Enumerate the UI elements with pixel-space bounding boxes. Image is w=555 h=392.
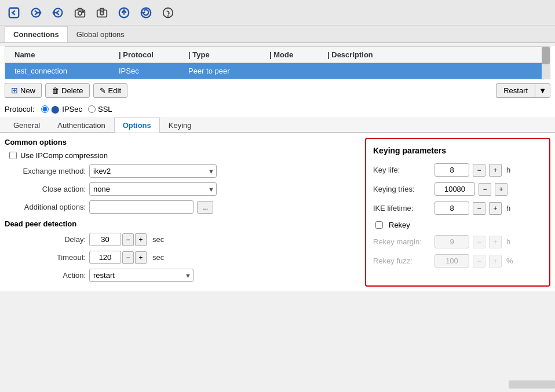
back-button[interactable] bbox=[5, 3, 23, 22]
protocol-row: Protocol: ⬤ IPSec SSL bbox=[0, 101, 555, 117]
subtab-options[interactable]: Options bbox=[114, 118, 160, 133]
new-button[interactable]: ⊞ New bbox=[5, 83, 42, 98]
restart-button[interactable]: Restart bbox=[496, 83, 535, 98]
rekey-fuzz-unit: % bbox=[506, 257, 513, 265]
keying-tries-row: Keying tries: 10080 − + bbox=[373, 182, 542, 196]
ipsec-radio-input[interactable] bbox=[41, 105, 49, 113]
additional-options-label: Additional options: bbox=[5, 203, 86, 211]
close-action-select[interactable]: none restart hold bbox=[89, 182, 217, 196]
col-header-mode: | Mode bbox=[265, 49, 323, 60]
tab-global-options[interactable]: Global options bbox=[68, 26, 133, 42]
content-area: Common options Use IPComp compression Ex… bbox=[0, 133, 555, 291]
key-life-row: Key life: 8 − + h bbox=[373, 163, 542, 177]
cell-name: test_connection bbox=[10, 65, 114, 76]
rekey-fuzz-input: 100 bbox=[434, 254, 469, 268]
subtab-authentication[interactable]: Authentication bbox=[49, 118, 114, 133]
plus-icon: ⊞ bbox=[11, 86, 18, 95]
ike-lifetime-plus-button[interactable]: + bbox=[489, 202, 502, 215]
additional-options-ellipsis-button[interactable]: ... bbox=[197, 201, 213, 214]
rekey-margin-row: Rekey margin: 9 − + h bbox=[373, 235, 542, 248]
col-header-protocol: | Protocol bbox=[114, 49, 184, 60]
table-body: test_connection IPSec Peer to peer bbox=[5, 63, 550, 79]
close-action-label: Close action: bbox=[5, 185, 86, 193]
subtab-bar: General Authentication Options Keying bbox=[0, 117, 555, 133]
toolbar bbox=[0, 0, 555, 25]
table-row[interactable]: test_connection IPSec Peer to peer bbox=[5, 63, 550, 79]
action-row: Action: restart hold none ▼ bbox=[5, 269, 358, 282]
ike-lifetime-unit: h bbox=[506, 204, 510, 213]
table-scrollbar[interactable] bbox=[542, 47, 550, 79]
forward-button[interactable] bbox=[27, 3, 45, 22]
svg-point-16 bbox=[168, 16, 169, 16]
action-wrapper: restart hold none ▼ bbox=[89, 269, 193, 282]
rekey-margin-label: Rekey margin: bbox=[373, 237, 431, 246]
subtab-keying[interactable]: Keying bbox=[160, 118, 200, 133]
keying-tries-minus-button[interactable]: − bbox=[479, 183, 491, 196]
rekey-label: Rekey bbox=[389, 221, 410, 229]
tab-connections[interactable]: Connections bbox=[5, 26, 68, 42]
subtab-general[interactable]: General bbox=[5, 118, 49, 133]
timeout-row: Timeout: 120 − + sec bbox=[5, 251, 358, 264]
bottom-scrollbar[interactable] bbox=[509, 380, 555, 389]
ike-lifetime-minus-button[interactable]: − bbox=[473, 202, 485, 215]
camera-button[interactable] bbox=[71, 3, 89, 22]
rekey-fuzz-minus-button: − bbox=[473, 255, 485, 268]
key-life-input[interactable]: 8 bbox=[434, 163, 469, 177]
refresh-button[interactable] bbox=[137, 3, 155, 22]
timeout-input[interactable]: 120 bbox=[89, 251, 121, 264]
help-button[interactable] bbox=[159, 3, 177, 22]
main-tabbar: Connections Global options bbox=[0, 25, 555, 43]
delete-button[interactable]: 🗑 Delete bbox=[45, 83, 90, 98]
svg-point-6 bbox=[78, 11, 82, 14]
dead-peer-title: Dead peer detection bbox=[5, 219, 358, 228]
ssl-radio-input[interactable] bbox=[88, 105, 96, 113]
delay-input[interactable]: 30 bbox=[89, 233, 121, 246]
rekey-fuzz-plus-button: + bbox=[489, 255, 502, 268]
delay-minus-button[interactable]: − bbox=[122, 233, 134, 246]
main-content: Name | Protocol | Type | Mode | Descript… bbox=[0, 46, 555, 291]
cell-mode bbox=[265, 70, 323, 72]
upload-button[interactable] bbox=[115, 3, 133, 22]
svg-point-9 bbox=[100, 12, 104, 15]
svg-rect-0 bbox=[9, 8, 19, 17]
settings-button[interactable] bbox=[93, 3, 111, 22]
timeout-unit: sec bbox=[152, 253, 164, 262]
timeout-stepper: 120 − + bbox=[89, 251, 147, 264]
keying-tries-input[interactable]: 10080 bbox=[434, 182, 475, 196]
col-header-name: Name bbox=[10, 49, 114, 60]
delay-stepper: 30 − + bbox=[89, 233, 147, 246]
trash-icon: 🗑 bbox=[52, 86, 59, 95]
ssl-label: SSL bbox=[98, 105, 112, 113]
timeout-minus-button[interactable]: − bbox=[122, 251, 134, 264]
action-select[interactable]: restart hold none bbox=[89, 269, 193, 282]
rekey-fuzz-row: Rekey fuzz: 100 − + % bbox=[373, 254, 542, 268]
back-nav-button[interactable] bbox=[49, 3, 67, 22]
rekey-margin-unit: h bbox=[506, 237, 510, 246]
delay-row: Delay: 30 − + sec bbox=[5, 233, 358, 246]
use-ipcomp-label: Use IPComp compression bbox=[20, 151, 108, 160]
col-header-desc: | Description bbox=[323, 49, 545, 60]
additional-options-input[interactable] bbox=[89, 200, 193, 214]
ike-lifetime-input[interactable]: 8 bbox=[434, 202, 469, 215]
timeout-plus-button[interactable]: + bbox=[135, 251, 147, 264]
protocol-ipsec-radio[interactable]: ⬤ IPSec bbox=[41, 105, 82, 113]
edit-button[interactable]: ✎ Edit bbox=[93, 83, 127, 98]
restart-group: Restart ▼ bbox=[496, 83, 550, 98]
rekey-checkbox[interactable] bbox=[375, 221, 383, 229]
protocol-ssl-radio[interactable]: SSL bbox=[88, 105, 112, 113]
svg-rect-8 bbox=[97, 10, 107, 17]
rekey-margin-input: 9 bbox=[434, 235, 469, 248]
restart-dropdown-button[interactable]: ▼ bbox=[535, 83, 550, 98]
use-ipcomp-row: Use IPComp compression bbox=[5, 151, 358, 160]
delete-label: Delete bbox=[61, 86, 83, 95]
key-life-plus-button[interactable]: + bbox=[489, 164, 502, 177]
keying-tries-plus-button[interactable]: + bbox=[495, 183, 507, 196]
key-life-minus-button[interactable]: − bbox=[473, 164, 485, 177]
new-label: New bbox=[20, 86, 35, 95]
scrollbar-thumb[interactable] bbox=[542, 47, 550, 64]
delay-plus-button[interactable]: + bbox=[135, 233, 147, 246]
col-header-type: | Type bbox=[184, 49, 265, 60]
use-ipcomp-checkbox[interactable] bbox=[9, 152, 17, 159]
cell-protocol: IPSec bbox=[114, 65, 184, 76]
exchange-method-select[interactable]: ikev2 ikev1 auto bbox=[89, 164, 217, 178]
